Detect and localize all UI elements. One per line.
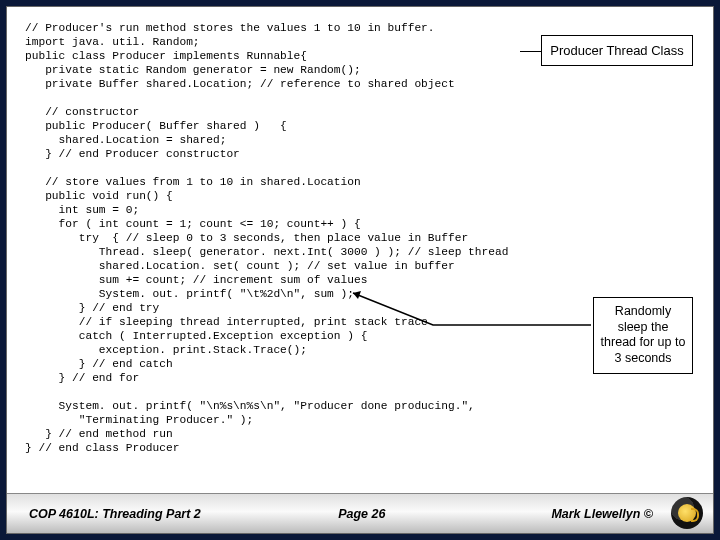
footer-left: COP 4610L: Threading Part 2 [7, 507, 279, 521]
code-block: // Producer's run method stores the valu… [25, 21, 695, 455]
ucf-logo-inner [678, 504, 696, 522]
footer-page: Page 26 [279, 507, 445, 521]
content-area: // Producer's run method stores the valu… [7, 7, 713, 493]
slide: // Producer's run method stores the valu… [6, 6, 714, 534]
callout-random-sleep: Randomly sleep the thread for up to 3 se… [593, 297, 693, 374]
footer-bar: COP 4610L: Threading Part 2 Page 26 Mark… [7, 493, 713, 533]
callout2-text: Randomly sleep the thread for up to 3 se… [601, 304, 686, 365]
ucf-logo [671, 497, 703, 529]
callout1-text: Producer Thread Class [550, 43, 683, 58]
callout-producer-class: Producer Thread Class [541, 35, 693, 66]
